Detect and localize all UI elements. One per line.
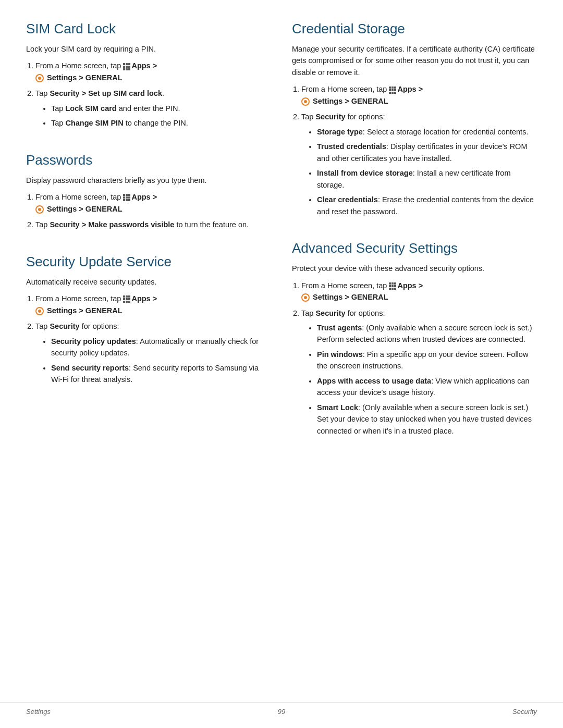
section-body-advanced-security-settings: Protect your device with these advanced … [292,263,537,437]
settings-icon [35,205,44,214]
section-sim-card-lock: SIM Card LockLock your SIM card by requi… [26,21,271,133]
settings-icon [301,293,310,302]
apps-icon [389,87,396,94]
section-intro: Manage your security certificates. If a … [292,43,537,78]
section-title-sim-card-lock: SIM Card Lock [26,21,271,37]
section-title-credential-storage: Credential Storage [292,21,537,37]
section-credential-storage: Credential StorageManage your security c… [292,21,537,221]
section-steps: From a Home screen, tap Apps > Settings … [301,280,537,437]
step-1: From a Home screen, tap Apps > Settings … [301,280,537,303]
section-body-credential-storage: Manage your security certificates. If a … [292,43,537,217]
section-advanced-security-settings: Advanced Security SettingsProtect your d… [292,240,537,441]
section-steps: From a Home screen, tap Apps > Settings … [35,60,271,129]
section-security-update-service: Security Update ServiceAutomatically rec… [26,254,271,390]
bullet-item: Smart Lock: (Only available when a secur… [317,402,537,437]
apps-icon [123,295,130,303]
bullet-item: Trust agents: (Only available when a sec… [317,322,537,346]
section-body-passwords: Display password characters briefly as y… [26,175,271,231]
footer-right: Security [512,708,537,715]
step-1: From a Home screen, tap Apps > Settings … [35,60,271,83]
page-number: 99 [278,708,285,715]
step-2: Tap Security for options:Security policy… [35,320,271,385]
step-1: From a Home screen, tap Apps > Settings … [301,83,537,107]
bullet-item: Storage type: Select a storage location … [317,126,537,138]
bullet-list: Security policy updates: Automatically o… [51,336,271,386]
bullet-item: Trusted credentials: Display certificate… [317,141,537,164]
step-2: Tap Security > Make passwords visible to… [35,219,271,230]
section-steps: From a Home screen, tap Apps > Settings … [35,293,271,385]
page-content: SIM Card LockLock your SIM card by requi… [0,0,563,501]
step-2: Tap Security for options:Trust agents: (… [301,307,537,437]
bullet-list: Storage type: Select a storage location … [317,126,537,217]
step-1: From a Home screen, tap Apps > Settings … [35,191,271,215]
bullet-item: Clear credentials: Erase the credential … [317,194,537,217]
section-intro: Protect your device with these advanced … [292,263,537,274]
step-2: Tap Security > Set up SIM card lock.Tap … [35,88,271,129]
bullet-list: Tap Lock SIM card and enter the PIN.Tap … [51,103,271,129]
bullet-item: Install from device storage: Install a n… [317,167,537,191]
bullet-list: Trust agents: (Only available when a sec… [317,322,537,437]
section-body-sim-card-lock: Lock your SIM card by requiring a PIN.Fr… [26,43,271,129]
settings-icon [35,307,44,315]
bullet-item: Apps with access to usage data: View whi… [317,375,537,399]
section-steps: From a Home screen, tap Apps > Settings … [301,83,537,217]
left-column: SIM Card LockLock your SIM card by requi… [26,21,271,460]
apps-icon [123,63,130,70]
settings-icon [301,97,310,106]
section-title-advanced-security-settings: Advanced Security Settings [292,240,537,256]
bullet-item: Security policy updates: Automatically o… [51,336,271,359]
section-title-passwords: Passwords [26,152,271,168]
apps-icon [123,194,130,201]
footer-left: Settings [26,708,51,715]
section-passwords: PasswordsDisplay password characters bri… [26,152,271,235]
apps-icon [389,282,396,290]
bullet-item: Pin windows: Pin a specific app on your … [317,349,537,372]
section-title-security-update-service: Security Update Service [26,254,271,270]
section-intro: Automatically receive security updates. [26,276,271,288]
section-intro: Display password characters briefly as y… [26,175,271,186]
section-steps: From a Home screen, tap Apps > Settings … [35,191,271,230]
step-1: From a Home screen, tap Apps > Settings … [35,293,271,316]
step-2: Tap Security for options:Storage type: S… [301,111,537,217]
section-body-security-update-service: Automatically receive security updates.F… [26,276,271,386]
bullet-item: Tap Change SIM PIN to change the PIN. [51,117,271,129]
section-intro: Lock your SIM card by requiring a PIN. [26,43,271,55]
bullet-item: Send security reports: Send security rep… [51,362,271,386]
right-column: Credential StorageManage your security c… [292,21,537,460]
settings-icon [35,74,44,82]
bullet-item: Tap Lock SIM card and enter the PIN. [51,103,271,114]
